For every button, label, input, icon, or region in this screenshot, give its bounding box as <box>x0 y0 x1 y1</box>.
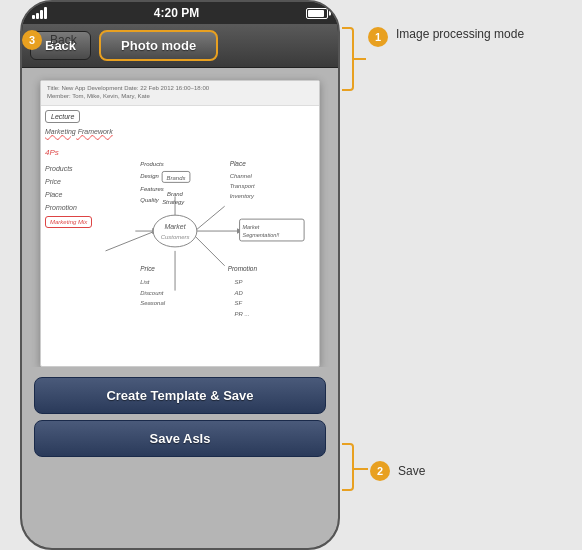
svg-text:Market: Market <box>243 224 260 230</box>
svg-text:Channel: Channel <box>230 173 253 179</box>
svg-text:Features: Features <box>140 186 163 192</box>
doc-members: Member: Tom, Mike, Kevin, Mary, Kate <box>47 93 150 99</box>
status-time: 4:20 PM <box>154 6 199 20</box>
svg-text:List: List <box>140 279 150 285</box>
callout-1-label: Image processing mode <box>396 27 524 41</box>
callout-circle-3: 3 <box>22 30 42 50</box>
svg-text:Promotion: Promotion <box>228 265 258 272</box>
svg-text:Brands: Brands <box>167 175 186 181</box>
doc-header: Title: New App Development Date: 22 Feb … <box>41 81 319 106</box>
svg-text:Discount: Discount <box>140 290 163 296</box>
doc-meta-row: Title: New App Development Date: 22 Feb … <box>47 85 313 91</box>
svg-text:Place: Place <box>230 161 247 168</box>
save-as-is-button[interactable]: Save AsIs <box>34 420 326 457</box>
main-area: Title: New App Development Date: 22 Feb … <box>22 68 338 367</box>
svg-text:Transport: Transport <box>230 183 255 189</box>
svg-text:Brand: Brand <box>167 191 184 197</box>
callout-line-1 <box>354 58 366 60</box>
doc-body: Lecture Lecture Marketing Framework 4Ps <box>41 106 319 366</box>
document-preview: Title: New App Development Date: 22 Feb … <box>40 80 320 367</box>
callout-1: 1 Image processing mode <box>368 27 524 47</box>
bottom-buttons: Create Template & Save Save AsIs <box>22 367 338 469</box>
callout-circle-2: 2 <box>370 461 390 481</box>
svg-text:Inventory: Inventory <box>230 193 255 199</box>
callout-bracket-2 <box>342 443 354 491</box>
svg-text:Strategy: Strategy <box>162 199 185 205</box>
doc-title-label: Title: New App Development Date: 22 Feb … <box>47 85 209 91</box>
callout-bracket-1 <box>342 27 354 91</box>
create-template-button[interactable]: Create Template & Save <box>34 377 326 414</box>
phone-frame: 4:20 PM Back Photo mode Title: New App D… <box>20 0 340 550</box>
callout-2: 2 Save <box>370 461 425 481</box>
svg-text:Design: Design <box>140 173 159 179</box>
svg-text:SP: SP <box>235 279 243 285</box>
callout-2-label: Save <box>398 464 425 478</box>
svg-text:Products: Products <box>140 162 163 168</box>
phone-inner: Title: New App Development Date: 22 Feb … <box>22 68 338 550</box>
mind-map-svg: Market Customers Market Segmentation!! P… <box>41 106 319 366</box>
photo-mode-button[interactable]: Photo mode <box>99 30 218 61</box>
svg-line-2 <box>195 236 225 266</box>
svg-text:Quality: Quality <box>140 197 160 203</box>
battery-icon <box>306 8 328 19</box>
svg-line-1 <box>195 206 225 231</box>
svg-text:AD: AD <box>234 290 244 296</box>
callout-back: 3 Back <box>22 30 77 50</box>
status-left <box>32 7 47 19</box>
svg-text:Seasonal: Seasonal <box>140 301 165 307</box>
svg-text:Segmentation!!: Segmentation!! <box>243 232 280 238</box>
svg-text:Customers: Customers <box>161 234 190 240</box>
svg-text:SF: SF <box>235 301 243 307</box>
callout-line-2 <box>354 468 368 470</box>
callout-circle-1: 1 <box>368 27 388 47</box>
callout-back-label: Back <box>50 33 77 47</box>
svg-text:Price: Price <box>140 265 155 272</box>
svg-point-6 <box>153 215 197 247</box>
signal-icon <box>32 7 47 19</box>
svg-text:PR ...: PR ... <box>235 311 250 317</box>
doc-members-row: Member: Tom, Mike, Kevin, Mary, Kate <box>47 93 313 99</box>
svg-text:Market: Market <box>164 223 186 230</box>
status-bar: 4:20 PM <box>22 2 338 24</box>
